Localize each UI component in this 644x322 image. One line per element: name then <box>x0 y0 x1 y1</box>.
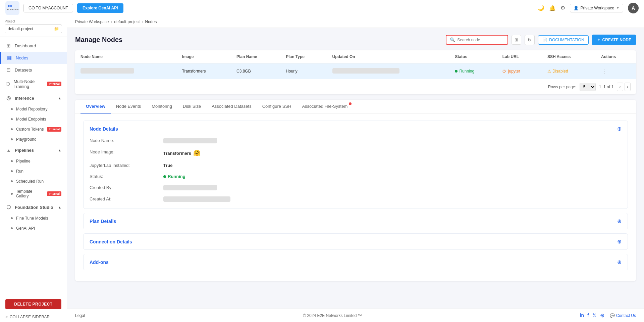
search-box: 🔍 <box>446 35 508 45</box>
tab-overview[interactable]: Overview <box>80 100 111 113</box>
search-input[interactable] <box>457 38 504 42</box>
go-to-myaccount-button[interactable]: GO TO MYACCOUNT <box>23 4 73 12</box>
sidebar-item-label: Datasets <box>15 67 32 73</box>
tab-disk-size[interactable]: Disk Size <box>177 100 206 113</box>
cell-lab-url: ⟳ jupyter <box>497 63 542 79</box>
detail-content: Node Details ⊕ Node Name: Node Image: <box>75 114 636 281</box>
sidebar-item-fine-tune-models[interactable]: Fine Tune Models <box>0 213 67 223</box>
cell-plan-type: Hourly <box>280 63 327 79</box>
sidebar-item-playground[interactable]: Playground <box>0 134 67 144</box>
addons-header[interactable]: Add-ons ⊕ <box>84 254 628 270</box>
internal-badge: Internal <box>47 127 61 132</box>
documentation-button[interactable]: 📄 DOCUMENTATION <box>538 35 588 45</box>
sidebar-item-custom-tokens[interactable]: Custom Tokens Internal <box>0 124 67 134</box>
sidebar-item-label: Dashboard <box>15 43 36 48</box>
folder-icon: 📁 <box>54 27 59 31</box>
tir-logo-svg: TIR AI PLATFORM <box>6 2 18 14</box>
jupyter-label: jupyter <box>508 69 520 74</box>
blurred-created-by <box>163 185 217 190</box>
tab-monitoring[interactable]: Monitoring <box>146 100 177 113</box>
content-area: Private Workspace › default-project › No… <box>67 16 644 322</box>
filter-icon: ⊞ <box>515 37 518 42</box>
rss-icon[interactable]: ⊕ <box>600 312 604 319</box>
cell-image: Transformers <box>177 63 231 79</box>
more-menu-button[interactable]: ⋮ <box>601 68 607 75</box>
sub-bullet <box>11 180 13 182</box>
twitter-icon[interactable]: 𝕏 <box>592 312 597 319</box>
header-actions: 🔍 ⊞ ↻ 📄 DOCUMENTATION ＋ C <box>446 35 636 45</box>
footer-legal[interactable]: Legal <box>75 313 85 318</box>
connection-details-header[interactable]: Connection Details ⊕ <box>84 234 628 249</box>
breadcrumb-project[interactable]: default-project <box>114 19 140 24</box>
notifications-button[interactable]: 🔔 <box>549 5 556 11</box>
plan-details-header[interactable]: Plan Details ⊕ <box>84 213 628 229</box>
sidebar-item-scheduled-run[interactable]: Scheduled Run <box>0 176 67 186</box>
create-node-button[interactable]: ＋ CREATE NODE <box>592 35 636 45</box>
table-body: Transformers C3.8GB Hourly Running <box>75 63 636 79</box>
col-ssh-access: SSH Access <box>542 50 596 63</box>
collapse-sidebar-button[interactable]: « COLLAPSE SIDEBAR <box>0 312 67 322</box>
sidebar-item-pipelines[interactable]: ⟁ Pipelines ▲ <box>0 144 67 156</box>
table-header: Node Name Image Plan Name Plan Type Upda… <box>75 50 636 63</box>
nodes-table: Node Name Image Plan Name Plan Type Upda… <box>75 50 636 79</box>
svg-text:AI PLATFORM: AI PLATFORM <box>7 8 18 10</box>
sidebar-item-run[interactable]: Run <box>0 166 67 176</box>
contact-us-link[interactable]: 💬 Contact Us <box>610 313 636 318</box>
explore-genai-button[interactable]: Explore GenAI API <box>77 3 123 13</box>
avatar[interactable]: A <box>628 3 639 13</box>
tab-node-events[interactable]: Node Events <box>111 100 146 113</box>
value-status: Running <box>163 173 622 180</box>
collapse-icon: « <box>5 315 8 319</box>
sidebar-item-model-endpoints[interactable]: Model Endpoints <box>0 114 67 124</box>
node-details-header[interactable]: Node Details ⊕ <box>84 121 628 137</box>
col-image: Image <box>177 50 231 63</box>
sidebar-item-template-gallery[interactable]: Template Gallery Internal <box>0 186 67 201</box>
rows-per-page-select[interactable]: 5 10 25 <box>580 83 596 91</box>
node-details-title: Node Details <box>90 126 118 132</box>
refresh-button[interactable]: ↻ <box>525 35 535 45</box>
next-page-button[interactable]: › <box>625 83 631 91</box>
workspace-label: Private Workspace <box>581 6 614 10</box>
moon-icon: 🌙 <box>538 5 544 11</box>
sidebar-item-nodes[interactable]: ▦ Nodes <box>0 52 67 64</box>
connection-details-toggle[interactable]: ⊕ <box>617 238 622 245</box>
sidebar-item-label: Model Repository <box>16 107 47 111</box>
addons-toggle[interactable]: ⊕ <box>617 259 622 265</box>
tab-associated-file-system[interactable]: Associated File-System <box>297 100 353 113</box>
tab-configure-ssh[interactable]: Configure SSH <box>257 100 297 113</box>
sidebar-item-label: Run <box>16 169 23 174</box>
dark-mode-button[interactable]: 🌙 <box>538 5 544 11</box>
ssh-label: Disabled <box>552 69 568 74</box>
node-details-toggle[interactable]: ⊕ <box>617 126 622 132</box>
sidebar-item-datasets[interactable]: ⊟ Datasets <box>0 64 67 76</box>
sidebar-item-model-repository[interactable]: Model Repository <box>0 104 67 114</box>
sidebar-item-multi-node-training[interactable]: ⬡ Multi-Node Training Internal <box>0 76 67 92</box>
facebook-icon[interactable]: f <box>587 313 589 319</box>
project-selector[interactable]: default-project 📁 <box>5 25 62 33</box>
jupyter-link[interactable]: ⟳ jupyter <box>502 68 537 74</box>
pagination: Rows per page: 5 10 25 1–1 of 1 ‹ › <box>75 79 636 94</box>
sidebar-item-pipeline[interactable]: Pipeline <box>0 156 67 166</box>
chevron-up-icon: ▲ <box>58 96 61 100</box>
sidebar-item-foundation-studio[interactable]: ⬡ Foundation Studio ▲ <box>0 201 67 213</box>
delete-project-button[interactable]: DELETE PROJECT <box>5 299 61 309</box>
sidebar-item-label: Multi-Node Training <box>13 79 44 89</box>
pipelines-icon: ⟁ <box>5 147 11 153</box>
filter-button[interactable]: ⊞ <box>512 35 521 45</box>
sidebar-item-genai-api[interactable]: GenAI API <box>0 223 67 233</box>
sidebar-item-inference[interactable]: ◎ Inference ▲ <box>0 92 67 104</box>
sidebar-item-dashboard[interactable]: ⊞ Dashboard <box>0 40 67 52</box>
tab-associated-datasets[interactable]: Associated Datasets <box>206 100 257 113</box>
footer-right: in f 𝕏 ⊕ 💬 Contact Us <box>580 312 636 319</box>
prev-page-button[interactable]: ‹ <box>617 83 623 91</box>
value-created-at <box>163 195 622 203</box>
create-label: CREATE NODE <box>602 38 631 42</box>
table-row[interactable]: Transformers C3.8GB Hourly Running <box>75 63 636 79</box>
settings-button[interactable]: ⚙ <box>560 5 565 11</box>
workspace-selector[interactable]: 👤 Private Workspace ▼ <box>570 4 623 12</box>
breadcrumb-workspace[interactable]: Private Workspace <box>75 19 109 24</box>
sub-bullet <box>11 128 13 130</box>
logo-icon: TIR AI PLATFORM <box>5 1 19 15</box>
linkedin-icon[interactable]: in <box>580 313 584 319</box>
plan-details-toggle[interactable]: ⊕ <box>617 218 622 224</box>
